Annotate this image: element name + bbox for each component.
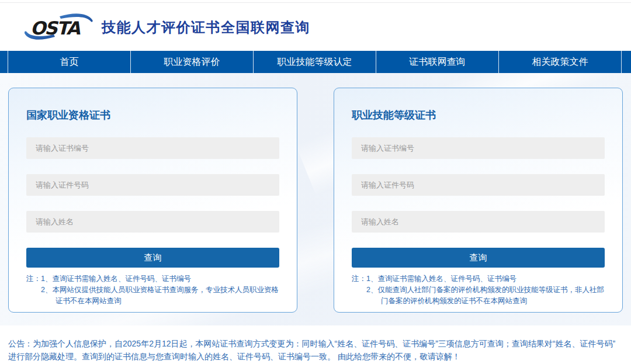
note-label: 注： [26, 273, 41, 307]
site-title: 技能人才评价证书全国联网查询 [102, 18, 310, 37]
note-label: 注： [352, 273, 366, 307]
osta-logo-text: OSTA [30, 18, 80, 39]
note-item: 1、查询证书需输入姓名、证件号码、证书编号 [366, 273, 605, 285]
query-cards: 国家职业资格证书 查询 注： 1、查询证书需输入姓名、证件号码、证书编号 2、本… [0, 73, 631, 313]
nav-item-home[interactable]: 首页 [8, 51, 131, 73]
osta-logo-icon: OSTA [25, 11, 93, 43]
site-header: OSTA 技能人才评价证书全国联网查询 [0, 3, 631, 51]
note-item: 2、仅能查询人社部门备案的评价机构颁发的职业技能等级证书，非人社部门备案的评价机… [366, 285, 605, 307]
nav-left-spacer [0, 51, 8, 73]
note-items: 1、查询证书需输入姓名、证件号码、证书编号 2、仅能查询人社部门备案的评价机构颁… [366, 273, 605, 307]
content-area: 国家职业资格证书 查询 注： 1、查询证书需输入姓名、证件号码、证书编号 2、本… [0, 73, 631, 325]
nav-right-filler [621, 51, 631, 73]
cert-number-input[interactable] [26, 137, 279, 159]
announcement-section: 公告：为加强个人信息保护，自2025年2月12日起，本网站证书查询方式变更为：同… [0, 325, 631, 363]
national-qualification-card: 国家职业资格证书 查询 注： 1、查询证书需输入姓名、证件号码、证书编号 2、本… [8, 88, 297, 313]
announcement-text: 公告：为加强个人信息保护，自2025年2月12日起，本网站证书查询方式变更为：同… [8, 337, 623, 363]
note-item: 1、查询证书需输入姓名、证件号码、证书编号 [41, 273, 279, 285]
nav-item-certificate-query[interactable]: 证书联网查询 [376, 51, 499, 73]
name-input[interactable] [26, 211, 279, 233]
nav-item-occupational-qualification[interactable]: 职业资格评价 [131, 51, 254, 73]
name-input[interactable] [352, 211, 605, 233]
card-notes: 注： 1、查询证书需输入姓名、证件号码、证书编号 2、仅能查询人社部门备案的评价… [352, 273, 605, 307]
note-items: 1、查询证书需输入姓名、证件号码、证书编号 2、本网站仅提供技能人员职业资格证书… [41, 273, 279, 307]
nav-item-policy-documents[interactable]: 相关政策文件 [499, 51, 622, 73]
query-button[interactable]: 查询 [26, 248, 279, 268]
card-title-national-qualification: 国家职业资格证书 [26, 108, 279, 122]
id-number-input[interactable] [26, 174, 279, 196]
query-button[interactable]: 查询 [352, 248, 605, 268]
id-number-input[interactable] [352, 174, 605, 196]
card-title-skill-level: 职业技能等级证书 [352, 108, 605, 122]
card-notes: 注： 1、查询证书需输入姓名、证件号码、证书编号 2、本网站仅提供技能人员职业资… [26, 273, 279, 307]
nav-items: 首页 职业资格评价 职业技能等级认定 证书联网查询 相关政策文件 [8, 51, 621, 73]
skill-level-card: 职业技能等级证书 查询 注： 1、查询证书需输入姓名、证件号码、证书编号 2、仅… [334, 88, 623, 313]
note-item: 2、本网站仅提供技能人员职业资格证书查询服务，专业技术人员职业资格证书不在本网站… [41, 285, 279, 307]
main-nav: 首页 职业资格评价 职业技能等级认定 证书联网查询 相关政策文件 [0, 51, 631, 73]
nav-item-skill-level-certification[interactable]: 职业技能等级认定 [254, 51, 376, 73]
cert-number-input[interactable] [352, 137, 605, 159]
